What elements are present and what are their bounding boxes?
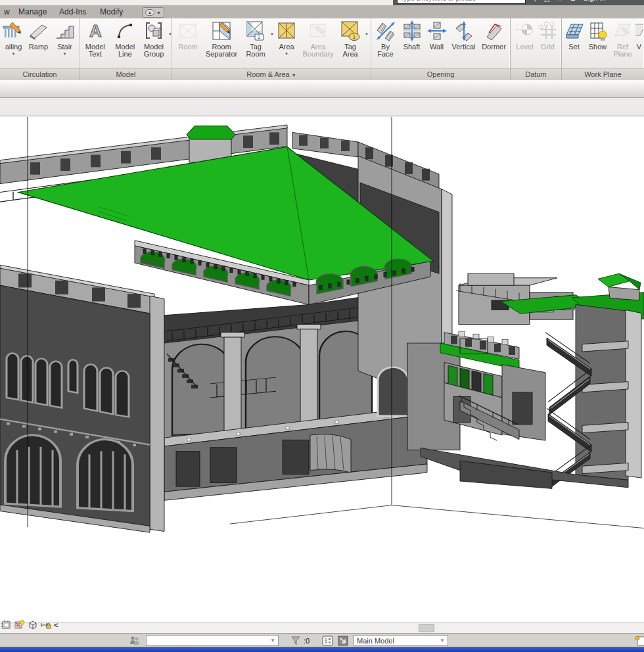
stair-tower [545, 304, 641, 486]
sign-in-label[interactable]: Sign In [583, 0, 605, 2]
panel-label-datum[interactable]: Datum [511, 68, 561, 80]
shaft-label: Shaft [403, 43, 421, 51]
ground-lines [230, 505, 644, 528]
favorites-star-icon[interactable]: ☆ [557, 0, 563, 5]
tag-room-label: Tag Room [242, 43, 269, 58]
ribbon-button-model-group[interactable]: Model Group [140, 20, 168, 68]
by-face-label: By Face [373, 43, 399, 58]
ribbon-button-level[interactable]: ! Level [513, 20, 537, 68]
level-label: Level [516, 43, 533, 51]
chevron-down-icon: ▼ [440, 638, 445, 643]
panel-dropdown-icon[interactable]: ▼ [292, 73, 296, 78]
ribbon-button-stair[interactable]: Stair ▼ [52, 20, 78, 68]
chevron-down-icon[interactable]: ▼ [12, 52, 16, 56]
ribbon-button-model-text[interactable]: A Model Text [80, 20, 110, 68]
drag-select-icon[interactable] [338, 635, 348, 646]
tag-room-icon: 1 [245, 20, 266, 41]
railing-icon [2, 20, 22, 41]
ribbon-button-tag-room[interactable]: 1 Tag Room [242, 20, 269, 68]
panel-datum: ! Level Grid Datum [511, 18, 562, 80]
ribbon-button-dormer[interactable]: Dormer [479, 20, 509, 68]
ribbon-button-railing[interactable]: ailing ▼ [2, 20, 26, 68]
ribbon-button-room[interactable]: Room [175, 20, 201, 68]
design-options-dropdown[interactable]: Main Model▼ [354, 635, 448, 646]
panel-label-circulation[interactable]: Circulation [0, 68, 80, 80]
ribbon-button-shaft[interactable]: Shaft [399, 20, 425, 68]
panel-opening: By Face Shaft Wall Vertical [371, 18, 511, 80]
area-icon [276, 20, 297, 41]
collapse-arrow-icon[interactable]: < [54, 621, 58, 629]
tab-view-partial[interactable]: w [1, 5, 12, 18]
ribbon-button-wall-opening[interactable]: Wall [425, 20, 449, 68]
tab-add-ins[interactable]: Add-Ins [57, 5, 89, 18]
chevron-down-icon[interactable]: ▼ [365, 32, 369, 36]
view-control-bar: < [0, 619, 58, 631]
ref-plane-label: Ref Plane [610, 43, 635, 58]
panel-room-area: Room Room Separator 1 Tag Room ▼ [172, 18, 371, 80]
scrollbar-thumb[interactable] [419, 624, 434, 632]
panel-label-opening[interactable]: Opening [371, 68, 510, 80]
vertical-opening-label: Vertical [451, 43, 475, 51]
ribbon-button-show[interactable]: Show [586, 20, 610, 68]
svg-text:1: 1 [353, 35, 356, 39]
worksets-icon[interactable] [129, 635, 141, 646]
grid-icon [538, 20, 559, 41]
properties-list-icon[interactable] [322, 635, 333, 646]
show-crop-region-icon[interactable] [1, 620, 12, 630]
ribbon-button-vertical[interactable]: Vertical [449, 20, 479, 68]
chevron-down-icon[interactable]: ▼ [270, 32, 274, 36]
ribbon-button-grid[interactable]: Grid [537, 20, 559, 68]
filter-icon[interactable] [290, 635, 301, 646]
svg-text:!: ! [517, 22, 518, 27]
stair-icon [55, 20, 76, 41]
ribbon-button-ref-plane[interactable]: Ref Plane [610, 20, 635, 68]
model-text-label: Model Text [80, 43, 110, 58]
ribbon-button-area[interactable]: Area ▼ [273, 20, 300, 68]
ribbon-button-viewer-partial[interactable]: V [635, 20, 643, 68]
reveal-hidden-elements-icon[interactable] [14, 620, 25, 630]
chevron-down-icon[interactable]: ▼ [63, 52, 67, 56]
status-bar: ▼ :0 Main Model▼ [0, 633, 644, 647]
panel-label-model[interactable]: Model [80, 68, 172, 80]
search-binoculars-icon[interactable]: ⚲ [532, 0, 538, 5]
tab-manage[interactable]: Manage [16, 5, 49, 18]
user-icon[interactable]: ▲ [569, 0, 576, 5]
ribbon-state-toggle[interactable]: ▲ ▼ [142, 7, 164, 18]
drawing-area[interactable] [0, 116, 644, 622]
ramp-label: Ramp [29, 43, 48, 51]
ribbon-button-model-line[interactable]: Model Line [110, 20, 141, 68]
model-text-icon: A [85, 20, 106, 41]
infocenter-search-input[interactable] [397, 0, 526, 4]
ribbon-button-area-boundary[interactable]: Area Boundary [300, 20, 336, 68]
model-line-label: Model Line [110, 43, 141, 58]
chevron-down-icon[interactable]: ▼ [168, 32, 172, 36]
exclusion-options-icon[interactable] [635, 635, 644, 646]
basement-curved-stair [310, 434, 351, 473]
active-workset-dropdown[interactable]: ▼ [146, 635, 279, 646]
tag-area-icon: 1 [340, 20, 361, 41]
chevron-down-icon[interactable]: ▼ [285, 52, 288, 56]
front-facade [0, 285, 150, 532]
model-line-icon [114, 20, 135, 41]
viewer-label: V [637, 43, 641, 51]
viewer-icon [635, 20, 643, 41]
stair-label: Stair [57, 43, 72, 51]
lock-3d-view-icon[interactable] [41, 620, 51, 630]
panel-label-room-area[interactable]: Room & Area ▼ [172, 68, 371, 80]
ribbon-button-ramp[interactable]: Ramp [26, 20, 52, 68]
ribbon-button-tag-area[interactable]: 1 Tag Area [336, 20, 364, 68]
subscription-icon[interactable]: △ [544, 0, 549, 5]
horizontal-scrollbar[interactable] [0, 622, 644, 633]
area-label: Area [279, 43, 294, 51]
by-face-icon [375, 20, 396, 41]
ribbon-button-room-separator[interactable]: Room Separator [201, 20, 242, 68]
panel-label-work-plane[interactable]: Work Plane [562, 68, 644, 80]
unlocked-3d-view-icon[interactable] [28, 620, 38, 630]
vertical-opening-icon [453, 20, 474, 41]
ribbon-button-by-face[interactable]: By Face [373, 20, 399, 68]
view-header-strip [0, 98, 644, 116]
tab-modify[interactable]: Modify [97, 5, 126, 18]
ribbon-button-set[interactable]: Set [563, 20, 586, 68]
room-separator-icon [211, 20, 232, 41]
taskbar-edge [0, 647, 644, 652]
